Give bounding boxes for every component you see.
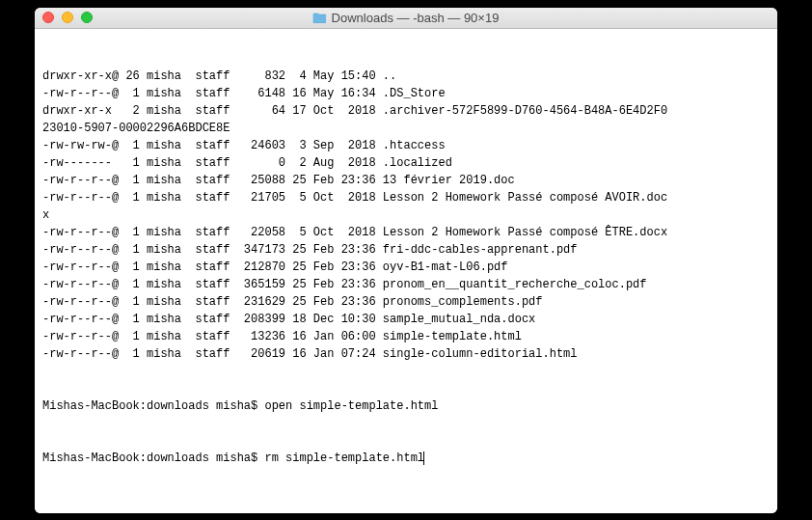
- terminal-history: Mishas-MacBook:downloads misha$ open sim…: [42, 397, 770, 415]
- cursor: [423, 452, 424, 465]
- folder-icon: [313, 12, 327, 23]
- close-button[interactable]: [42, 12, 54, 23]
- terminal-output: drwxr-xr-x@ 26 misha staff 832 4 May 15:…: [42, 68, 770, 363]
- terminal-line: -rw-r--r--@ 1 misha staff 208399 18 Dec …: [42, 311, 770, 328]
- terminal-line: 23010-5907-00002296A6BDCE8E: [42, 120, 770, 137]
- terminal-line: drwxr-xr-x@ 26 misha staff 832 4 May 15:…: [42, 68, 770, 85]
- terminal-current-line: Mishas-MacBook:downloads misha$ rm simpl…: [42, 450, 770, 467]
- prompt: Mishas-MacBook:downloads misha$: [42, 452, 264, 465]
- terminal-line: -rw-r--r--@ 1 misha staff 21705 5 Oct 20…: [42, 189, 770, 206]
- zoom-button[interactable]: [81, 12, 93, 23]
- terminal-line: -rw-r--r--@ 1 misha staff 347173 25 Feb …: [42, 241, 770, 259]
- window-title: Downloads — -bash — 90×19: [332, 11, 500, 25]
- terminal-line: -rw-rw-rw-@ 1 misha staff 24603 3 Sep 20…: [42, 137, 770, 154]
- terminal-body[interactable]: drwxr-xr-x@ 26 misha staff 832 4 May 15:…: [35, 29, 777, 513]
- terminal-history-line: Mishas-MacBook:downloads misha$ open sim…: [42, 397, 770, 415]
- terminal-line: drwxr-xr-x 2 misha staff 64 17 Oct 2018 …: [42, 102, 770, 120]
- terminal-line: -rw-r--r--@ 1 misha staff 365159 25 Feb …: [42, 276, 770, 293]
- terminal-line: -rw-r--r--@ 1 misha staff 13236 16 Jan 0…: [42, 328, 770, 345]
- traffic-lights: [35, 12, 93, 23]
- titlebar[interactable]: Downloads — -bash — 90×19: [35, 8, 777, 29]
- terminal-line: -rw-r--r--@ 1 misha staff 22058 5 Oct 20…: [42, 224, 770, 241]
- current-command: rm simple-template.html: [264, 452, 424, 465]
- terminal-line: -rw-r--r--@ 1 misha staff 212870 25 Feb …: [42, 259, 770, 276]
- terminal-window: Downloads — -bash — 90×19 drwxr-xr-x@ 26…: [35, 8, 777, 513]
- window-title-container: Downloads — -bash — 90×19: [313, 11, 500, 25]
- terminal-line: -rw-r--r--@ 1 misha staff 231629 25 Feb …: [42, 293, 770, 311]
- terminal-line: -rw-r--r--@ 1 misha staff 25088 25 Feb 2…: [42, 172, 770, 189]
- terminal-line: x: [42, 206, 770, 224]
- terminal-line: -rw-r--r--@ 1 misha staff 20619 16 Jan 0…: [42, 345, 770, 363]
- terminal-line: -rw-r--r--@ 1 misha staff 6148 16 May 16…: [42, 85, 770, 102]
- terminal-line: -rw------- 1 misha staff 0 2 Aug 2018 .l…: [42, 154, 770, 172]
- minimize-button[interactable]: [62, 12, 73, 23]
